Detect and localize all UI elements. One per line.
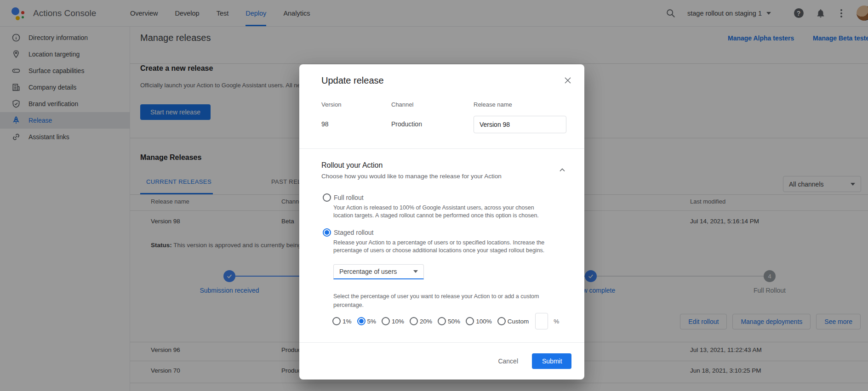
rollout-method-value: Percentage of users [339,268,397,275]
full-rollout-description: Your Action is released to 100% of Googl… [333,204,554,220]
radio-unselected-icon [466,317,474,325]
rollout-section-title: Rollout your Action [321,161,383,170]
percentage-options: 1% 5% 10% 20% 50% 100% Custom % [332,312,559,330]
rollout-section-subtitle: Choose how you would like to manage the … [321,173,502,180]
percentage-option-100[interactable]: 100% [466,317,492,325]
percentage-option-10[interactable]: 10% [382,317,404,325]
rollout-method-select[interactable]: Percentage of users [333,264,424,279]
radio-unselected-icon [323,193,331,202]
chevron-down-icon [413,270,418,273]
percentage-option-50[interactable]: 50% [438,317,460,325]
radio-unselected-icon [497,317,506,325]
staged-rollout-option[interactable]: Staged rollout [323,228,373,237]
percent-unit-label: % [554,318,559,325]
update-release-dialog: Update release Version 98 Channel Produc… [299,64,584,380]
channel-label: Channel [391,101,474,108]
percentage-option-5[interactable]: 5% [357,317,377,325]
full-rollout-option[interactable]: Full rollout [323,193,364,202]
version-label: Version [321,101,391,108]
staged-rollout-description: Release your Action to a percentage of u… [333,239,554,255]
release-name-input[interactable] [474,116,566,133]
version-value: 98 [321,120,391,128]
radio-unselected-icon [382,317,390,325]
percentage-option-1[interactable]: 1% [332,317,352,325]
percentage-option-custom[interactable]: Custom [497,317,529,325]
radio-selected-icon [357,317,365,325]
staged-rollout-label: Staged rollout [334,229,373,236]
custom-percentage-input[interactable] [535,313,548,329]
submit-button[interactable]: Submit [532,353,571,369]
radio-unselected-icon [332,317,341,325]
radio-unselected-icon [410,317,418,325]
release-name-label: Release name [474,101,570,108]
release-fields: Version 98 Channel Production Release na… [321,101,570,133]
dialog-title: Update release [321,75,384,86]
percentage-option-20[interactable]: 20% [410,317,432,325]
close-icon[interactable] [562,75,573,86]
channel-value: Production [391,120,474,128]
cancel-button[interactable]: Cancel [498,357,518,365]
chevron-up-icon[interactable] [557,164,568,176]
divider [299,148,584,149]
radio-selected-icon [323,228,331,237]
dialog-footer: Cancel Submit [299,342,584,380]
radio-unselected-icon [438,317,446,325]
percentage-hint: Select the percentage of user you want t… [333,292,554,310]
full-rollout-label: Full rollout [334,194,364,201]
